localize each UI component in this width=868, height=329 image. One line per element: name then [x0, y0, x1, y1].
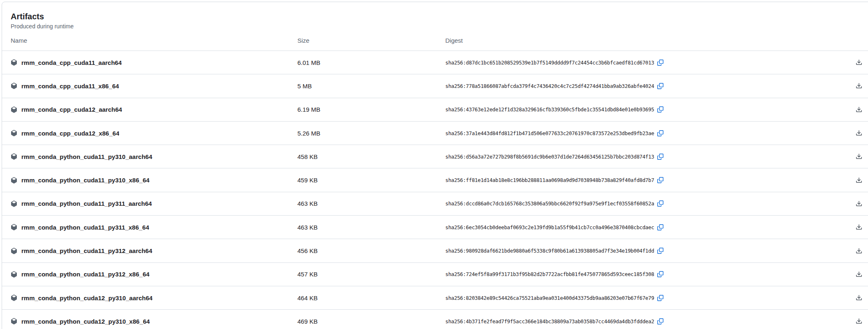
download-artifact-button[interactable]	[856, 59, 862, 66]
package-icon	[11, 59, 17, 66]
copy-digest-button[interactable]	[657, 154, 663, 160]
artifact-digest-cell: sha256:8203842e89c54426ca75521aba9ea031e…	[445, 295, 832, 301]
copy-icon	[657, 130, 663, 136]
artifact-row: rmm_conda_cpp_cuda11_x86_64 5 MB sha256:…	[2, 74, 868, 98]
copy-digest-button[interactable]	[657, 295, 663, 301]
copy-digest-button[interactable]	[657, 200, 663, 207]
artifact-actions-cell	[832, 59, 863, 66]
artifact-digest-cell: sha256:d87dc1bc651b208529539e1b7f5149ddd…	[445, 60, 832, 66]
artifact-digest: sha256:778a51866087abfcda379f4c7436420c4…	[445, 83, 654, 89]
download-artifact-button[interactable]	[856, 177, 862, 184]
package-icon	[11, 177, 17, 184]
package-icon	[11, 130, 17, 136]
copy-digest-button[interactable]	[657, 318, 663, 324]
copy-digest-button[interactable]	[657, 177, 663, 183]
copy-digest-button[interactable]	[657, 271, 663, 277]
download-artifact-button[interactable]	[856, 200, 862, 207]
artifact-actions-cell	[832, 200, 863, 207]
column-header-digest: Digest	[445, 37, 832, 44]
download-icon	[856, 224, 862, 230]
artifact-digest-cell: sha256:778a51866087abfcda379f4c7436420c4…	[445, 83, 832, 89]
artifact-name-cell: rmm_conda_python_cuda11_py311_aarch64	[11, 200, 297, 207]
copy-icon	[657, 271, 663, 277]
panel-subtitle: Produced during runtime	[11, 22, 863, 30]
download-icon	[856, 200, 862, 207]
copy-icon	[657, 248, 663, 254]
artifact-actions-cell	[832, 294, 863, 301]
artifact-size: 456 KB	[297, 247, 445, 254]
copy-icon	[657, 83, 663, 89]
artifact-row: rmm_conda_python_cuda12_py310_aarch64 46…	[2, 286, 868, 310]
panel-header: Artifacts Produced during runtime	[2, 2, 868, 30]
copy-digest-button[interactable]	[657, 248, 663, 254]
artifact-digest-cell: sha256:ff81e1d14ab18e8c196bb288811aa0698…	[445, 177, 832, 183]
artifact-name-cell: rmm_conda_python_cuda12_py310_aarch64	[11, 294, 297, 301]
artifact-digest: sha256:8203842e89c54426ca75521aba9ea031e…	[445, 295, 654, 301]
artifact-digest-cell: sha256:37a1e443d84fd812f1b471d506e077633…	[445, 130, 832, 136]
artifact-name-cell: rmm_conda_python_cuda11_py312_x86_64	[11, 271, 297, 278]
artifact-row: rmm_conda_python_cuda11_py311_aarch64 46…	[2, 192, 868, 216]
artifact-name-cell: rmm_conda_cpp_cuda12_x86_64	[11, 130, 297, 137]
download-artifact-button[interactable]	[856, 271, 862, 278]
artifact-digest: sha256:ff81e1d14ab18e8c196bb288811aa0698…	[445, 177, 654, 183]
download-artifact-button[interactable]	[856, 318, 862, 324]
artifact-row: rmm_conda_python_cuda11_py312_x86_64 457…	[2, 263, 868, 286]
artifact-name-cell: rmm_conda_python_cuda11_py311_x86_64	[11, 224, 297, 231]
download-icon	[856, 153, 862, 160]
artifact-row: rmm_conda_python_cuda11_py310_x86_64 459…	[2, 168, 868, 192]
column-header-size: Size	[297, 37, 445, 44]
download-artifact-button[interactable]	[856, 106, 862, 113]
artifact-size: 469 KB	[297, 318, 445, 325]
artifacts-panel: Artifacts Produced during runtime Name S…	[2, 2, 868, 329]
copy-digest-button[interactable]	[657, 60, 663, 66]
artifact-digest-cell: sha256:4b371fe2fead7f9f5acc366e184bc3880…	[445, 318, 832, 324]
artifact-name: rmm_conda_python_cuda11_py310_aarch64	[21, 153, 152, 160]
artifact-name-cell: rmm_conda_cpp_cuda11_aarch64	[11, 59, 297, 66]
download-artifact-button[interactable]	[856, 83, 862, 89]
artifact-name: rmm_conda_python_cuda12_py310_x86_64	[21, 318, 150, 325]
artifact-digest-cell: sha256:43763e12ede12f1d328a329616cfb3393…	[445, 106, 832, 113]
artifact-row: rmm_conda_cpp_cuda12_x86_64 5.26 MB sha2…	[2, 122, 868, 145]
download-artifact-button[interactable]	[856, 248, 862, 254]
download-artifact-button[interactable]	[856, 294, 862, 301]
copy-icon	[657, 60, 663, 66]
package-icon	[11, 83, 17, 89]
copy-digest-button[interactable]	[657, 106, 663, 113]
download-artifact-button[interactable]	[856, 130, 862, 136]
package-icon	[11, 318, 17, 324]
download-artifact-button[interactable]	[856, 224, 862, 230]
copy-icon	[657, 295, 663, 301]
download-icon	[856, 177, 862, 184]
artifact-name: rmm_conda_python_cuda11_py312_aarch64	[21, 247, 152, 254]
artifact-digest-cell: sha256:980928daf6621bde9880a6f5338c9f80b…	[445, 248, 832, 254]
package-icon	[11, 224, 17, 230]
artifact-name: rmm_conda_python_cuda11_py310_x86_64	[21, 177, 150, 184]
artifact-digest-cell: sha256:dccd86a0c7dcb165768c353806a59bbc6…	[445, 200, 832, 207]
package-icon	[11, 271, 17, 278]
copy-digest-button[interactable]	[657, 224, 663, 230]
copy-icon	[657, 154, 663, 160]
artifact-actions-cell	[832, 106, 863, 113]
download-artifact-button[interactable]	[856, 153, 862, 160]
package-icon	[11, 153, 17, 160]
artifact-actions-cell	[832, 153, 863, 160]
artifact-digest: sha256:980928daf6621bde9880a6f5338c9f80b…	[445, 248, 654, 254]
artifact-row: rmm_conda_cpp_cuda11_aarch64 6.01 MB sha…	[2, 51, 868, 74]
artifact-actions-cell	[832, 248, 863, 254]
artifact-name-cell: rmm_conda_python_cuda11_py312_aarch64	[11, 247, 297, 254]
artifact-row: rmm_conda_python_cuda12_py310_x86_64 469…	[2, 310, 868, 329]
download-icon	[856, 248, 862, 254]
artifact-digest: sha256:6ec3054cb0deebaf0693c2e139fd9b1a5…	[445, 224, 654, 230]
artifact-row: rmm_conda_cpp_cuda12_aarch64 6.19 MB sha…	[2, 98, 868, 122]
package-icon	[11, 248, 17, 254]
panel-title: Artifacts	[11, 11, 863, 22]
copy-digest-button[interactable]	[657, 83, 663, 89]
artifact-size: 6.01 MB	[297, 59, 445, 66]
artifact-name: rmm_conda_python_cuda11_py311_x86_64	[21, 224, 149, 231]
artifact-name-cell: rmm_conda_cpp_cuda11_x86_64	[11, 83, 297, 90]
copy-digest-button[interactable]	[657, 130, 663, 136]
artifact-digest: sha256:37a1e443d84fd812f1b471d506e077633…	[445, 130, 654, 136]
artifact-size: 463 KB	[297, 200, 445, 207]
download-icon	[856, 294, 862, 301]
artifact-digest-cell: sha256:d56a3a72e727b298f8b5691dc9b6e037d…	[445, 154, 832, 160]
